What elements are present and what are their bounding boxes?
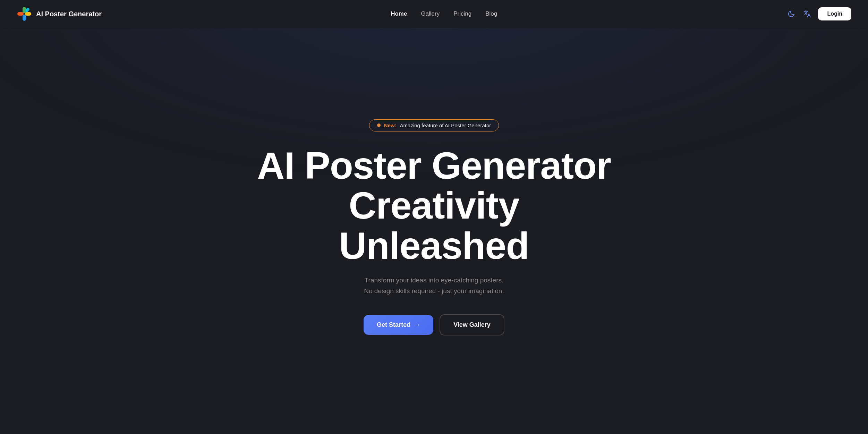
logo-icon — [17, 6, 32, 22]
moon-icon — [788, 10, 795, 18]
svg-rect-1 — [23, 15, 26, 21]
hero-title-line1: AI Poster Generator — [257, 144, 611, 187]
nav-item-home[interactable]: Home — [391, 10, 407, 17]
nav-link-pricing[interactable]: Pricing — [453, 10, 471, 17]
brand-name: AI Poster Generator — [36, 10, 102, 18]
nav-link-home[interactable]: Home — [391, 10, 407, 17]
login-button[interactable]: Login — [818, 7, 851, 20]
svg-rect-3 — [25, 12, 31, 16]
nav-links: Home Gallery Pricing Blog — [391, 10, 497, 17]
hero-section: New: Amazing feature of AI Poster Genera… — [0, 28, 868, 434]
badge-dot — [377, 124, 381, 127]
nav-item-gallery[interactable]: Gallery — [421, 10, 440, 17]
badge-text: Amazing feature of AI Poster Generator — [400, 122, 491, 128]
arrow-icon: → — [414, 321, 420, 329]
translate-icon — [803, 10, 811, 18]
svg-rect-2 — [17, 12, 24, 16]
nav-item-blog[interactable]: Blog — [485, 10, 497, 17]
nav-actions: Login — [786, 7, 851, 20]
new-badge: New: Amazing feature of AI Poster Genera… — [369, 119, 499, 131]
navbar: AI Poster Generator Home Gallery Pricing… — [0, 0, 868, 28]
hero-subtitle: Transform your ideas into eye-catching p… — [364, 275, 504, 296]
hero-subtitle-line2: No design skills required - just your im… — [364, 287, 504, 295]
dark-mode-button[interactable] — [786, 9, 797, 19]
hero-title-line2: Creativity — [349, 184, 519, 227]
hero-buttons: Get Started → View Gallery — [364, 314, 504, 335]
get-started-label: Get Started — [377, 321, 410, 329]
hero-subtitle-line1: Transform your ideas into eye-catching p… — [365, 276, 504, 284]
badge-new-label: New: — [384, 122, 397, 128]
view-gallery-button[interactable]: View Gallery — [440, 314, 504, 335]
nav-item-pricing[interactable]: Pricing — [453, 10, 471, 17]
nav-link-gallery[interactable]: Gallery — [421, 10, 440, 17]
logo[interactable]: AI Poster Generator — [17, 6, 102, 22]
hero-title-line3: Unleashed — [339, 224, 529, 267]
hero-title: AI Poster Generator Creativity Unleashed — [257, 145, 611, 266]
get-started-button[interactable]: Get Started → — [364, 315, 433, 335]
nav-link-blog[interactable]: Blog — [485, 10, 497, 17]
translate-button[interactable] — [802, 9, 812, 19]
